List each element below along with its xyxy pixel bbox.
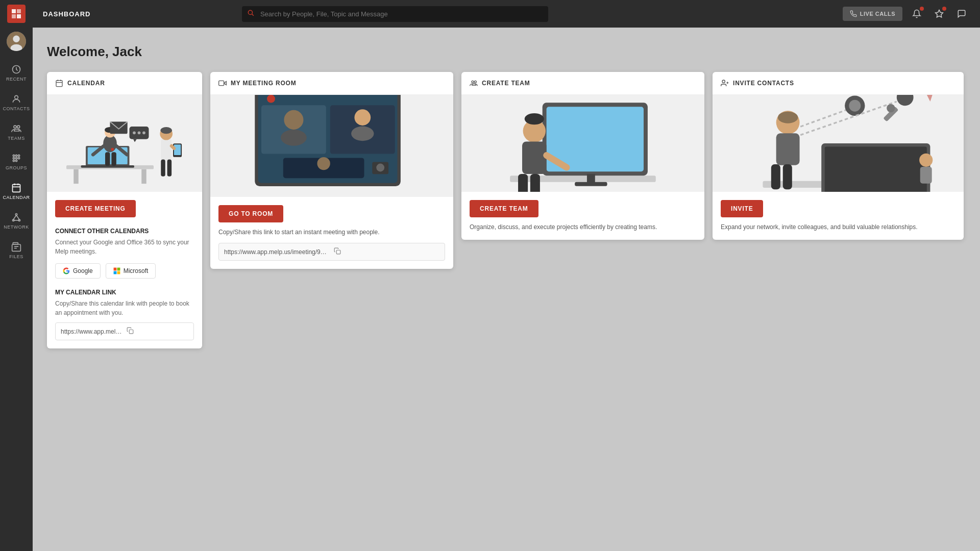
- search-input[interactable]: [242, 6, 548, 22]
- person-icon: [11, 94, 21, 104]
- svg-point-13: [18, 155, 19, 156]
- sidebar-item-groups[interactable]: GROUPS: [0, 148, 33, 176]
- create-team-button[interactable]: CREATE TEAM: [470, 200, 538, 217]
- svg-rect-74: [219, 81, 224, 85]
- meeting-room-illus: [210, 95, 453, 197]
- svg-point-122: [919, 154, 933, 167]
- team-icon: [11, 123, 21, 134]
- invite-contacts-illustration: [713, 95, 964, 192]
- meeting-room-title: MY MEETING ROOM: [231, 80, 296, 87]
- svg-point-14: [13, 157, 14, 159]
- my-calendar-link-section: MY CALENDAR LINK Copy/Share this calenda…: [55, 289, 194, 340]
- microsoft-label: Microsoft: [124, 267, 149, 274]
- svg-point-82: [354, 110, 371, 126]
- app-logo[interactable]: [7, 5, 26, 23]
- svg-rect-110: [776, 133, 800, 165]
- create-team-title: CREATE TEAM: [482, 80, 530, 87]
- microsoft-connect-button[interactable]: Microsoft: [106, 263, 156, 279]
- sidebar-item-calendar[interactable]: CALENDAR: [0, 178, 33, 205]
- svg-point-89: [472, 81, 474, 83]
- calendar-link-input: https://www.app.melp.us/melp/addeve....: [55, 322, 194, 340]
- svg-point-15: [15, 157, 17, 159]
- connect-calendars-title: CONNECT OTHER CALENDARS: [55, 228, 194, 235]
- svg-point-8: [15, 95, 18, 99]
- calendar-card-icon: [55, 79, 63, 87]
- sidebar: RECENT CONTACTS TEAMS GROUPS: [0, 0, 33, 551]
- svg-rect-71: [117, 271, 120, 274]
- user-avatar[interactable]: [7, 32, 26, 51]
- svg-point-56: [138, 131, 141, 134]
- welcome-title: Welcome, Jack: [47, 44, 964, 60]
- create-team-header: CREATE TEAM: [461, 72, 704, 95]
- svg-line-26: [13, 215, 16, 219]
- copy-meeting-link-button[interactable]: [334, 247, 439, 256]
- sidebar-label-groups: GROUPS: [6, 165, 27, 170]
- sidebar-item-network[interactable]: NETWORK: [0, 207, 33, 235]
- svg-point-77: [267, 95, 275, 103]
- calendar-card-title: CALENDAR: [67, 80, 105, 87]
- meeting-room-desc: Copy/Share this link to start an instant…: [218, 228, 445, 237]
- svg-rect-60: [161, 139, 172, 161]
- sidebar-item-files[interactable]: FILES: [0, 237, 33, 264]
- content-area: Welcome, Jack CALENDAR: [33, 28, 980, 551]
- messages-button[interactable]: [953, 6, 970, 22]
- svg-rect-51: [105, 152, 110, 166]
- create-team-action: CREATE TEAM Organize, discuss, and execu…: [461, 192, 704, 240]
- create-team-illus: [461, 95, 704, 192]
- sidebar-item-recent[interactable]: RECENT: [0, 59, 33, 87]
- calendar-illus-svg: [47, 97, 202, 190]
- search-icon: [247, 9, 254, 18]
- svg-point-117: [897, 95, 914, 106]
- svg-point-12: [15, 155, 17, 156]
- network-icon: [11, 212, 21, 222]
- svg-rect-95: [575, 182, 607, 186]
- sidebar-nav: RECENT CONTACTS TEAMS GROUPS: [0, 59, 33, 551]
- sidebar-label-teams: TEAMS: [8, 136, 25, 141]
- svg-rect-99: [518, 174, 528, 192]
- create-meeting-button[interactable]: CREATE MEETING: [55, 200, 136, 217]
- search-bar: [242, 6, 548, 22]
- sidebar-item-teams[interactable]: TEAMS: [0, 118, 33, 146]
- notifications-button[interactable]: [909, 6, 925, 22]
- video-card-icon: [218, 79, 227, 87]
- invite-contacts-card: INVITE CONTACTS: [713, 72, 964, 240]
- create-team-icon: [470, 79, 478, 87]
- svg-rect-52: [111, 152, 116, 166]
- main-content: DASHBOARD LIVE CALLS: [33, 0, 980, 551]
- svg-point-59: [111, 148, 114, 151]
- invite-contacts-illus: [713, 95, 964, 192]
- svg-rect-68: [113, 268, 116, 271]
- calendar-sidebar-icon: [11, 183, 21, 193]
- svg-rect-19: [13, 184, 20, 192]
- svg-rect-64: [174, 144, 181, 155]
- meeting-room-action: GO TO ROOM Copy/Share this link to start…: [210, 197, 453, 269]
- svg-rect-111: [771, 164, 780, 189]
- svg-point-9: [14, 126, 16, 128]
- meeting-room-illustration: [210, 95, 453, 197]
- copy-meeting-icon: [334, 247, 341, 255]
- svg-point-87: [376, 164, 384, 172]
- sidebar-item-contacts[interactable]: CONTACTS: [0, 89, 33, 116]
- live-calls-label: LIVE CALLS: [860, 11, 895, 17]
- svg-point-23: [15, 214, 17, 215]
- svg-point-90: [474, 81, 476, 83]
- meeting-link-wrap: https://www.app.melp.us/imeeting/936da3.…: [218, 243, 445, 261]
- invite-contacts-action: INVITE Expand your network, invite colle…: [713, 192, 964, 240]
- svg-point-83: [351, 127, 374, 141]
- svg-rect-107: [825, 147, 927, 192]
- svg-point-79: [284, 110, 303, 130]
- invite-button[interactable]: INVITE: [721, 200, 763, 217]
- create-team-desc: Organize, discuss, and execute projects …: [470, 222, 696, 232]
- favorites-badge: [942, 7, 946, 11]
- favorites-button[interactable]: [931, 6, 947, 22]
- live-calls-button[interactable]: LIVE CALLS: [843, 7, 902, 21]
- google-icon: [63, 267, 70, 274]
- copy-calendar-link-button[interactable]: [127, 327, 188, 336]
- chat-icon: [957, 9, 966, 18]
- invite-contacts-title: INVITE CONTACTS: [733, 80, 794, 87]
- svg-point-109: [778, 112, 798, 123]
- svg-point-97: [525, 113, 544, 124]
- go-to-room-button[interactable]: GO TO ROOM: [218, 205, 283, 222]
- svg-point-121: [887, 104, 895, 112]
- google-connect-button[interactable]: Google: [55, 263, 101, 279]
